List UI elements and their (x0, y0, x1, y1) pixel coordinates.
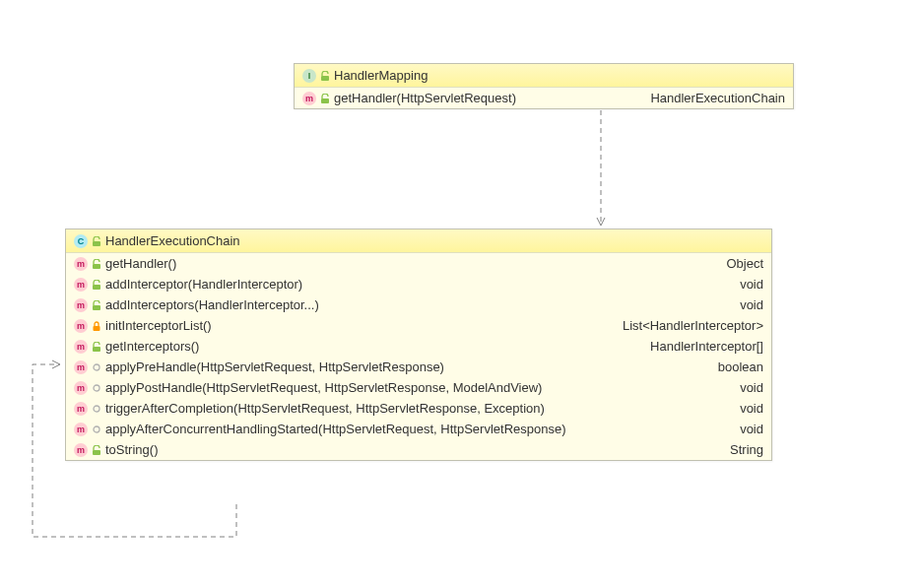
member-signature: applyPostHandle(HttpServletRequest, Http… (105, 380, 542, 395)
member-row: mapplyAfterConcurrentHandlingStarted(Htt… (66, 419, 771, 439)
member-row: mapplyPreHandle(HttpServletRequest, Http… (66, 357, 771, 377)
method-icon: m (74, 278, 88, 292)
member-signature: addInterceptors(HandlerInterceptor...) (105, 297, 319, 312)
members-container: mgetHandler()ObjectmaddInterceptor(Handl… (66, 253, 771, 460)
unlock-icon (92, 445, 101, 455)
member-return-type: String (714, 442, 763, 457)
method-icon: m (74, 443, 88, 457)
interface-icon: I (302, 69, 316, 83)
method-icon: m (74, 319, 88, 333)
member-return-type: void (724, 380, 763, 395)
uml-header: I HandlerMapping (295, 64, 793, 88)
member-signature: toString() (105, 442, 158, 457)
method-icon: m (302, 92, 316, 105)
method-icon: m (74, 360, 88, 374)
member-signature: applyPreHandle(HttpServletRequest, HttpS… (105, 359, 444, 374)
package-icon (92, 383, 101, 393)
member-signature: getHandler(HttpServletRequest) (334, 91, 516, 105)
member-return-type: void (724, 277, 763, 292)
unlock-icon (92, 259, 101, 269)
member-row: mgetInterceptors()HandlerInterceptor[] (66, 336, 771, 357)
member-signature: getHandler() (105, 256, 176, 271)
member-row: minitInterceptorList()List<HandlerInterc… (66, 315, 771, 336)
package-icon (92, 362, 101, 372)
unlock-icon (92, 342, 101, 352)
package-icon (92, 425, 101, 434)
member-row: mtriggerAfterCompletion(HttpServletReque… (66, 398, 771, 419)
member-return-type: void (724, 422, 763, 436)
members-container: mgetHandler(HttpServletRequest)HandlerEx… (295, 88, 793, 108)
member-signature: applyAfterConcurrentHandlingStarted(Http… (105, 422, 566, 436)
member-signature: addInterceptor(HandlerInterceptor) (105, 277, 302, 292)
unlock-icon (320, 94, 330, 103)
unlock-icon (320, 71, 330, 81)
member-return-type: void (724, 401, 763, 416)
uml-box-handler-mapping: I HandlerMapping mgetHandler(HttpServlet… (294, 63, 794, 109)
member-return-type: HandlerInterceptor[] (634, 339, 763, 354)
member-row: maddInterceptors(HandlerInterceptor...)v… (66, 294, 771, 315)
member-row: mtoString()String (66, 439, 771, 460)
class-title: HandlerExecutionChain (105, 233, 240, 248)
unlock-icon (92, 280, 101, 290)
member-row: maddInterceptor(HandlerInterceptor)void (66, 274, 771, 294)
member-signature: getInterceptors() (105, 339, 199, 354)
method-icon: m (74, 257, 88, 271)
unlock-icon (92, 236, 101, 246)
member-return-type: void (724, 297, 763, 312)
member-row: mapplyPostHandle(HttpServletRequest, Htt… (66, 377, 771, 398)
uml-header: C HandlerExecutionChain (66, 229, 771, 253)
member-return-type: HandlerExecutionChain (634, 91, 785, 105)
uml-box-handler-execution-chain: C HandlerExecutionChain mgetHandler()Obj… (65, 229, 772, 461)
lock-icon (92, 321, 101, 331)
unlock-icon (92, 300, 101, 310)
member-row: mgetHandler()Object (66, 253, 771, 274)
method-icon: m (74, 298, 88, 312)
method-icon: m (74, 381, 88, 395)
member-return-type: boolean (702, 359, 763, 374)
method-icon: m (74, 402, 88, 416)
class-icon: C (74, 234, 88, 248)
member-signature: initInterceptorList() (105, 318, 212, 333)
member-row: mgetHandler(HttpServletRequest)HandlerEx… (295, 88, 793, 108)
member-return-type: Object (710, 256, 763, 271)
method-icon: m (74, 423, 88, 436)
class-title: HandlerMapping (334, 68, 428, 83)
package-icon (92, 404, 101, 414)
method-icon: m (74, 340, 88, 354)
member-return-type: List<HandlerInterceptor> (607, 318, 763, 333)
member-signature: triggerAfterCompletion(HttpServletReques… (105, 401, 545, 416)
